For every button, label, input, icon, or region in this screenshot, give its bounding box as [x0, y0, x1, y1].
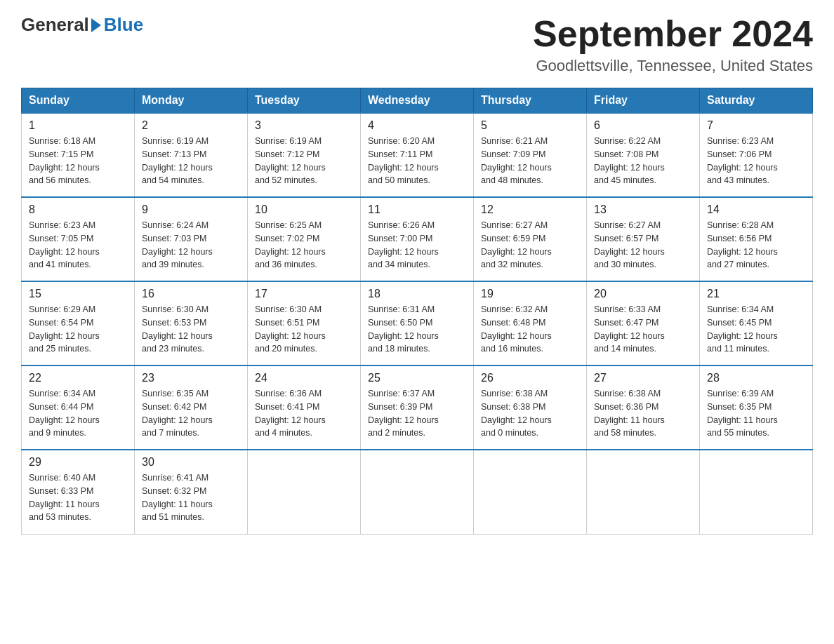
calendar-cell [474, 450, 587, 534]
calendar-cell: 6 Sunrise: 6:22 AM Sunset: 7:08 PM Dayli… [587, 113, 700, 197]
calendar-cell [587, 450, 700, 534]
calendar-week-1: 1 Sunrise: 6:18 AM Sunset: 7:15 PM Dayli… [22, 113, 813, 197]
day-number: 13 [594, 203, 692, 216]
day-number: 26 [481, 372, 579, 384]
day-info: Sunrise: 6:24 AM Sunset: 7:03 PM Dayligh… [142, 219, 240, 271]
day-number: 16 [142, 288, 240, 300]
day-number: 20 [594, 288, 692, 300]
calendar-cell: 25 Sunrise: 6:37 AM Sunset: 6:39 PM Dayl… [361, 365, 474, 450]
calendar-cell: 22 Sunrise: 6:34 AM Sunset: 6:44 PM Dayl… [22, 365, 135, 450]
logo-general-text: General [21, 14, 89, 36]
location-title: Goodlettsville, Tennessee, United States [533, 57, 813, 75]
day-number: 25 [368, 372, 466, 384]
day-info: Sunrise: 6:29 AM Sunset: 6:54 PM Dayligh… [29, 303, 127, 356]
calendar-cell: 20 Sunrise: 6:33 AM Sunset: 6:47 PM Dayl… [587, 281, 700, 365]
day-info: Sunrise: 6:22 AM Sunset: 7:08 PM Dayligh… [594, 135, 692, 187]
calendar-cell: 4 Sunrise: 6:20 AM Sunset: 7:11 PM Dayli… [361, 113, 474, 197]
calendar-cell: 26 Sunrise: 6:38 AM Sunset: 6:38 PM Dayl… [474, 365, 587, 450]
logo-blue-part: Blue [89, 14, 143, 36]
day-info: Sunrise: 6:23 AM Sunset: 7:06 PM Dayligh… [707, 135, 805, 187]
weekday-header-monday: Monday [135, 88, 248, 114]
day-info: Sunrise: 6:28 AM Sunset: 6:56 PM Dayligh… [707, 219, 805, 271]
day-info: Sunrise: 6:40 AM Sunset: 6:33 PM Dayligh… [29, 471, 127, 524]
day-info: Sunrise: 6:30 AM Sunset: 6:53 PM Dayligh… [142, 303, 240, 356]
day-info: Sunrise: 6:36 AM Sunset: 6:41 PM Dayligh… [255, 387, 353, 440]
day-info: Sunrise: 6:19 AM Sunset: 7:12 PM Dayligh… [255, 135, 353, 187]
day-info: Sunrise: 6:41 AM Sunset: 6:32 PM Dayligh… [142, 471, 240, 524]
calendar-table: SundayMondayTuesdayWednesdayThursdayFrid… [21, 88, 813, 535]
calendar-cell: 17 Sunrise: 6:30 AM Sunset: 6:51 PM Dayl… [248, 281, 361, 365]
weekday-header-saturday: Saturday [700, 88, 813, 114]
day-info: Sunrise: 6:27 AM Sunset: 6:57 PM Dayligh… [594, 219, 692, 271]
day-info: Sunrise: 6:18 AM Sunset: 7:15 PM Dayligh… [29, 135, 127, 187]
day-number: 15 [29, 288, 127, 300]
month-title: September 2024 [533, 14, 813, 54]
calendar-cell: 11 Sunrise: 6:26 AM Sunset: 7:00 PM Dayl… [361, 197, 474, 281]
day-number: 27 [594, 372, 692, 384]
calendar-cell: 15 Sunrise: 6:29 AM Sunset: 6:54 PM Dayl… [22, 281, 135, 365]
day-number: 21 [707, 288, 805, 300]
calendar-cell: 21 Sunrise: 6:34 AM Sunset: 6:45 PM Dayl… [700, 281, 813, 365]
calendar-cell: 7 Sunrise: 6:23 AM Sunset: 7:06 PM Dayli… [700, 113, 813, 197]
day-number: 23 [142, 372, 240, 384]
day-number: 28 [707, 372, 805, 384]
day-number: 1 [29, 119, 127, 132]
day-info: Sunrise: 6:38 AM Sunset: 6:38 PM Dayligh… [481, 387, 579, 440]
day-info: Sunrise: 6:39 AM Sunset: 6:35 PM Dayligh… [707, 387, 805, 440]
calendar-cell: 23 Sunrise: 6:35 AM Sunset: 6:42 PM Dayl… [135, 365, 248, 450]
day-number: 7 [707, 119, 805, 132]
day-info: Sunrise: 6:23 AM Sunset: 7:05 PM Dayligh… [29, 219, 127, 271]
calendar-cell: 10 Sunrise: 6:25 AM Sunset: 7:02 PM Dayl… [248, 197, 361, 281]
day-info: Sunrise: 6:25 AM Sunset: 7:02 PM Dayligh… [255, 219, 353, 271]
day-number: 19 [481, 288, 579, 300]
calendar-cell: 9 Sunrise: 6:24 AM Sunset: 7:03 PM Dayli… [135, 197, 248, 281]
calendar-cell: 30 Sunrise: 6:41 AM Sunset: 6:32 PM Dayl… [135, 450, 248, 534]
day-number: 8 [29, 203, 127, 216]
page-header: General Blue September 2024 Goodlettsvil… [21, 14, 813, 75]
calendar-week-4: 22 Sunrise: 6:34 AM Sunset: 6:44 PM Dayl… [22, 365, 813, 450]
day-number: 10 [255, 203, 353, 216]
weekday-header-row: SundayMondayTuesdayWednesdayThursdayFrid… [22, 88, 813, 114]
calendar-week-3: 15 Sunrise: 6:29 AM Sunset: 6:54 PM Dayl… [22, 281, 813, 365]
day-number: 9 [142, 203, 240, 216]
calendar-cell: 14 Sunrise: 6:28 AM Sunset: 6:56 PM Dayl… [700, 197, 813, 281]
day-info: Sunrise: 6:35 AM Sunset: 6:42 PM Dayligh… [142, 387, 240, 440]
day-number: 18 [368, 288, 466, 300]
day-info: Sunrise: 6:20 AM Sunset: 7:11 PM Dayligh… [368, 135, 466, 187]
calendar-cell: 2 Sunrise: 6:19 AM Sunset: 7:13 PM Dayli… [135, 113, 248, 197]
day-info: Sunrise: 6:21 AM Sunset: 7:09 PM Dayligh… [481, 135, 579, 187]
day-number: 3 [255, 119, 353, 132]
calendar-cell: 13 Sunrise: 6:27 AM Sunset: 6:57 PM Dayl… [587, 197, 700, 281]
day-number: 29 [29, 456, 127, 469]
calendar-cell: 29 Sunrise: 6:40 AM Sunset: 6:33 PM Dayl… [22, 450, 135, 534]
day-number: 4 [368, 119, 466, 132]
title-section: September 2024 Goodlettsville, Tennessee… [533, 14, 813, 75]
day-number: 6 [594, 119, 692, 132]
calendar-cell [361, 450, 474, 534]
day-info: Sunrise: 6:34 AM Sunset: 6:45 PM Dayligh… [707, 303, 805, 356]
day-number: 22 [29, 372, 127, 384]
logo-blue-text: Blue [104, 14, 143, 36]
calendar-cell [248, 450, 361, 534]
day-number: 12 [481, 203, 579, 216]
calendar-cell: 5 Sunrise: 6:21 AM Sunset: 7:09 PM Dayli… [474, 113, 587, 197]
weekday-header-sunday: Sunday [22, 88, 135, 114]
calendar-cell: 16 Sunrise: 6:30 AM Sunset: 6:53 PM Dayl… [135, 281, 248, 365]
calendar-cell: 24 Sunrise: 6:36 AM Sunset: 6:41 PM Dayl… [248, 365, 361, 450]
day-info: Sunrise: 6:27 AM Sunset: 6:59 PM Dayligh… [481, 219, 579, 271]
day-info: Sunrise: 6:19 AM Sunset: 7:13 PM Dayligh… [142, 135, 240, 187]
calendar-cell: 19 Sunrise: 6:32 AM Sunset: 6:48 PM Dayl… [474, 281, 587, 365]
calendar-week-5: 29 Sunrise: 6:40 AM Sunset: 6:33 PM Dayl… [22, 450, 813, 534]
day-info: Sunrise: 6:33 AM Sunset: 6:47 PM Dayligh… [594, 303, 692, 356]
day-number: 11 [368, 203, 466, 216]
calendar-cell: 1 Sunrise: 6:18 AM Sunset: 7:15 PM Dayli… [22, 113, 135, 197]
day-number: 2 [142, 119, 240, 132]
calendar-cell: 28 Sunrise: 6:39 AM Sunset: 6:35 PM Dayl… [700, 365, 813, 450]
calendar-cell: 3 Sunrise: 6:19 AM Sunset: 7:12 PM Dayli… [248, 113, 361, 197]
day-number: 14 [707, 203, 805, 216]
calendar-cell: 12 Sunrise: 6:27 AM Sunset: 6:59 PM Dayl… [474, 197, 587, 281]
day-number: 30 [142, 456, 240, 469]
calendar-cell: 18 Sunrise: 6:31 AM Sunset: 6:50 PM Dayl… [361, 281, 474, 365]
weekday-header-thursday: Thursday [474, 88, 587, 114]
day-number: 24 [255, 372, 353, 384]
